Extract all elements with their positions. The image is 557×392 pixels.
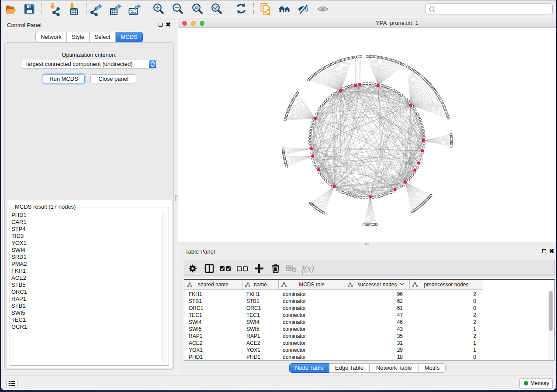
svg-text:f(x): f(x) [302, 264, 314, 274]
